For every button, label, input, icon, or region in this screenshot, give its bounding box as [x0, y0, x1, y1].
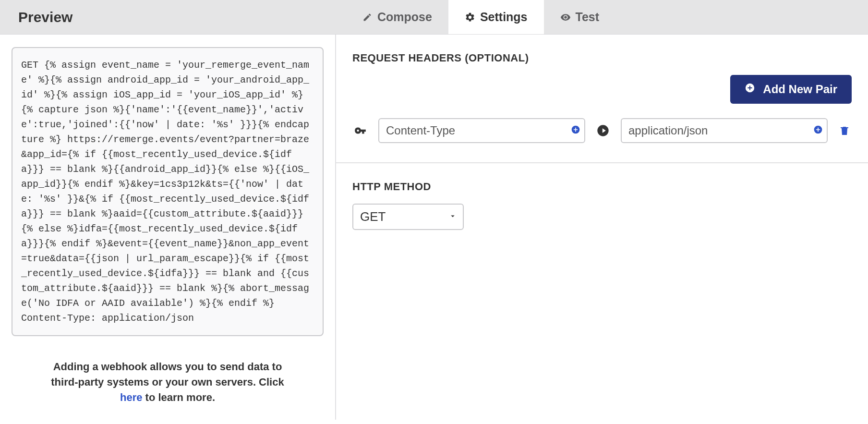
header-pair-row [352, 118, 852, 143]
add-pair-row: Add New Pair [352, 75, 852, 104]
preview-code: GET {% assign event_name = 'your_remerge… [12, 47, 324, 336]
top-bar: Preview Compose Settings Test [0, 0, 868, 35]
gear-icon [465, 12, 475, 23]
trash-icon[interactable] [837, 125, 852, 136]
http-method-label: HTTP METHOD [352, 181, 852, 193]
add-new-pair-button[interactable]: Add New Pair [730, 75, 852, 104]
main: GET {% assign event_name = 'your_remerge… [0, 35, 868, 420]
plus-circle-icon[interactable] [813, 125, 823, 136]
header-value-input[interactable] [621, 118, 828, 143]
tab-strip: Compose Settings Test [336, 0, 868, 34]
header-key-wrap [378, 118, 585, 143]
tab-label: Test [576, 10, 600, 24]
header-key-input[interactable] [378, 118, 585, 143]
helper-text: Adding a webhook allows you to send data… [12, 359, 324, 405]
tab-compose[interactable]: Compose [346, 0, 448, 34]
key-icon [352, 124, 369, 137]
preview-title: Preview [18, 9, 72, 25]
right-panel: REQUEST HEADERS (OPTIONAL) Add New Pair [336, 35, 868, 420]
tab-label: Settings [480, 10, 528, 24]
helper-link[interactable]: here [120, 391, 142, 403]
helper-pre: Adding a webhook allows you to send data… [51, 361, 284, 388]
plus-circle-icon [745, 83, 755, 96]
top-left: Preview [0, 0, 336, 34]
arrow-right-circle-icon [595, 124, 611, 137]
add-pair-label: Add New Pair [763, 83, 837, 96]
http-method-select-wrap: GET [352, 204, 464, 230]
tab-test[interactable]: Test [544, 0, 616, 34]
left-panel: GET {% assign event_name = 'your_remerge… [0, 35, 336, 420]
plus-circle-icon[interactable] [571, 125, 580, 136]
http-method-select[interactable]: GET [352, 204, 464, 230]
header-value-wrap [621, 118, 828, 143]
helper-post: to learn more. [142, 391, 215, 403]
request-headers-label: REQUEST HEADERS (OPTIONAL) [352, 52, 852, 64]
eye-icon [560, 12, 571, 23]
tab-label: Compose [377, 10, 432, 24]
divider [336, 162, 868, 163]
tab-settings[interactable]: Settings [448, 0, 544, 34]
pencil-icon [362, 12, 373, 23]
